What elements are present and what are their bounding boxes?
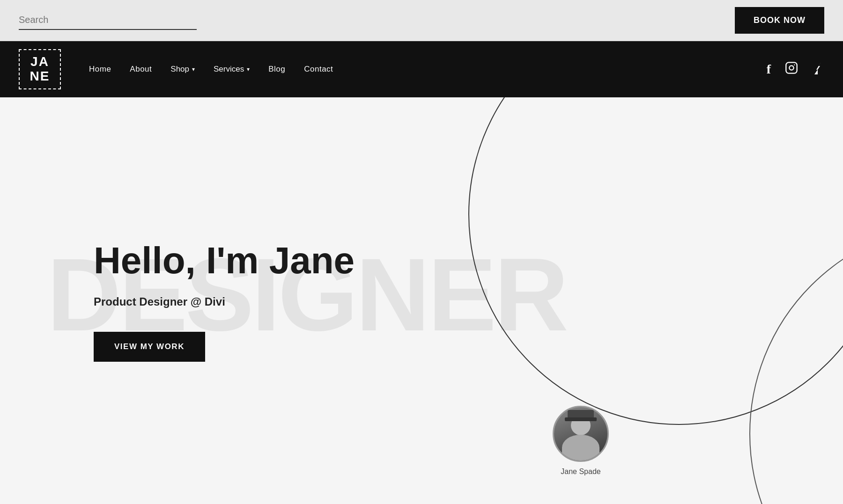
services-dropdown-arrow: ▾ <box>247 66 250 73</box>
nav-item-blog[interactable]: Blog <box>268 65 285 74</box>
nav-dropdown-services[interactable]: Services ▾ <box>214 65 250 74</box>
nav-item-home[interactable]: Home <box>89 65 111 74</box>
logo-text: JANE <box>30 54 50 83</box>
book-now-button[interactable]: BOOK NOW <box>735 7 824 34</box>
navbar: JANE Home About Shop ▾ Services ▾ <box>0 41 843 97</box>
search-container <box>19 11 215 30</box>
nav-link-home[interactable]: Home <box>89 65 111 73</box>
avatar-hat <box>568 410 594 419</box>
circle-decoration-secondary <box>749 223 843 504</box>
avatar-image <box>554 407 607 460</box>
nav-links: Home About Shop ▾ Services ▾ Blog <box>89 65 333 74</box>
nav-link-blog[interactable]: Blog <box>268 65 285 73</box>
hero-section: DESIGNER Hello, I'm Jane Product Designe… <box>0 97 843 504</box>
shop-dropdown-arrow: ▾ <box>192 66 195 73</box>
nav-link-shop: Shop <box>170 65 189 74</box>
nav-link-contact[interactable]: Contact <box>304 65 333 73</box>
nav-item-contact[interactable]: Contact <box>304 65 333 74</box>
search-input[interactable] <box>19 11 197 30</box>
svg-rect-0 <box>786 62 797 73</box>
instagram-icon[interactable] <box>785 61 798 78</box>
avatar <box>553 406 609 462</box>
nav-link-about[interactable]: About <box>130 65 152 73</box>
top-bar: BOOK NOW <box>0 0 843 41</box>
avatar-container: Jane Spade <box>553 406 609 476</box>
logo[interactable]: JANE <box>19 49 61 89</box>
nav-item-services[interactable]: Services ▾ <box>214 65 250 74</box>
nav-item-about[interactable]: About <box>130 65 152 74</box>
nav-social: f <box>767 61 824 78</box>
avatar-name: Jane Spade <box>553 467 609 476</box>
hero-heading: Hello, I'm Jane <box>94 240 355 281</box>
svg-point-2 <box>794 64 795 65</box>
circle-decoration-main <box>468 97 843 425</box>
nav-left: JANE Home About Shop ▾ Services ▾ <box>19 49 333 89</box>
nav-link-services: Services <box>214 65 244 74</box>
nav-dropdown-shop[interactable]: Shop ▾ <box>170 65 195 74</box>
view-work-button[interactable]: VIEW MY WORK <box>94 332 205 362</box>
hero-content: Hello, I'm Jane Product Designer @ Divi … <box>0 203 355 399</box>
hero-subtitle: Product Designer @ Divi <box>94 295 355 308</box>
svg-point-1 <box>789 66 793 70</box>
facebook-icon[interactable]: f <box>767 62 771 77</box>
deviantart-icon[interactable] <box>812 61 824 78</box>
svg-marker-3 <box>814 61 821 74</box>
nav-item-shop[interactable]: Shop ▾ <box>170 65 195 74</box>
